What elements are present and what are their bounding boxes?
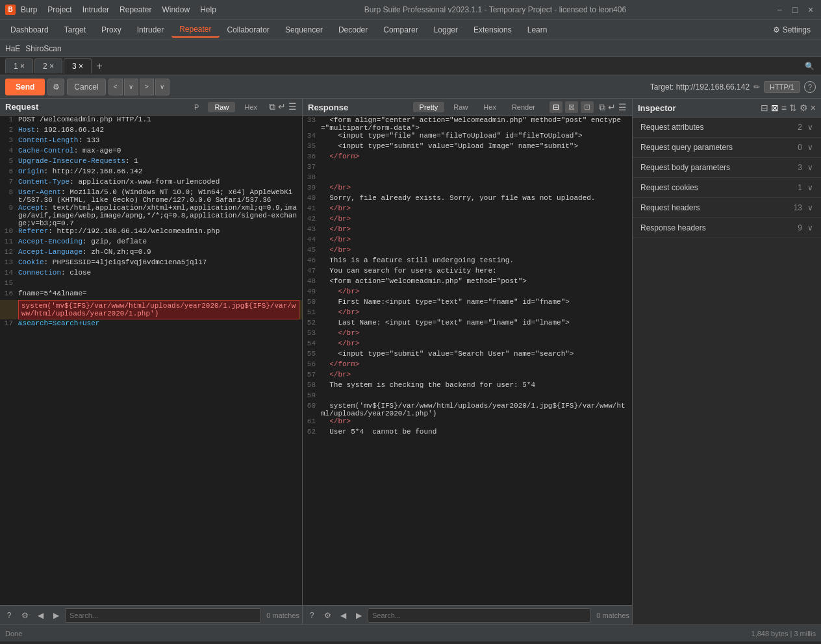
response-tab-hex[interactable]: Hex (477, 102, 503, 112)
response-tab-raw[interactable]: Raw (447, 102, 474, 112)
menu-project[interactable]: Project (47, 5, 71, 14)
response-wrap-icon[interactable]: ↵ (608, 102, 616, 113)
nav-comparer[interactable]: Comparer (375, 23, 425, 37)
window-title: Burp Suite Professional v2023.1.1 - Temp… (216, 5, 774, 14)
request-footer-help-icon[interactable]: ? (3, 609, 16, 622)
response-code-area[interactable]: 33 <form align="center" action="welcomea… (303, 116, 632, 605)
response-panel-view-mode: ⊟ ⊠ ⊡ (549, 101, 594, 113)
response-line: 61 </br> (303, 417, 632, 428)
nav-logger[interactable]: Logger (426, 23, 466, 37)
status-right-text: 1,848 bytes | 3 millis (752, 630, 816, 638)
line-content: </br> (321, 184, 629, 194)
subnav-hae[interactable]: HaE (5, 44, 20, 53)
response-search-next-icon[interactable]: ▶ (352, 609, 365, 622)
nav-intruder[interactable]: Intruder (129, 23, 171, 37)
line-number: 12 (3, 248, 18, 258)
nav-extensions[interactable]: Extensions (466, 23, 520, 37)
tab-1[interactable]: 1 × (5, 58, 33, 73)
inspector-expand-icon[interactable]: ⇅ (789, 103, 797, 113)
request-search-prev-icon[interactable]: ◀ (34, 609, 47, 622)
request-search-input[interactable] (65, 608, 261, 623)
inspector-item-header-4[interactable]: Request headers13∨ (633, 198, 821, 217)
response-full-view-icon[interactable]: ⊠ (565, 101, 578, 113)
nav-dashboard[interactable]: Dashboard (3, 23, 57, 37)
close-button[interactable]: × (805, 5, 816, 15)
response-tab-render[interactable]: Render (505, 102, 542, 112)
nav-settings[interactable]: ⚙ Settings (765, 23, 818, 37)
nav-collaborator[interactable]: Collaborator (220, 23, 277, 37)
nav-proxy[interactable]: Proxy (94, 23, 129, 37)
nav-forward-button[interactable]: > (140, 79, 154, 95)
menu-intruder[interactable]: Intruder (82, 5, 109, 14)
inspector-item-label: Request attributes (640, 123, 798, 132)
line-number: 61 (305, 417, 321, 428)
request-copy-icon[interactable]: ⧉ (269, 101, 275, 112)
request-footer-settings-icon[interactable]: ⚙ (18, 609, 31, 622)
inspector-view1-icon[interactable]: ⊟ (761, 103, 768, 113)
nav-back-button[interactable]: < (108, 79, 123, 95)
menu-help[interactable]: Help (200, 5, 216, 14)
nav-sequencer[interactable]: Sequencer (277, 23, 331, 37)
maximize-button[interactable]: □ (790, 5, 800, 15)
nav-target[interactable]: Target (57, 23, 94, 37)
menu-window[interactable]: Window (162, 5, 190, 14)
nav-forward-dropdown[interactable]: ∨ (155, 79, 170, 95)
response-line: 45 </br> (303, 246, 632, 256)
line-number: 58 (305, 381, 321, 391)
response-search-input[interactable] (368, 608, 591, 623)
inspector-item-header-0[interactable]: Request attributes2∨ (633, 118, 821, 137)
response-split-view-icon[interactable]: ⊟ (549, 101, 562, 113)
chevron-down-icon: ∨ (807, 163, 813, 172)
response-list-view-icon[interactable]: ⊡ (581, 101, 594, 113)
request-wrap-icon[interactable]: ↵ (278, 101, 286, 112)
inspector-item-header-3[interactable]: Request cookies1∨ (633, 178, 821, 197)
menu-burp[interactable]: Burp (21, 5, 37, 14)
subnav-shiroscan[interactable]: ShiroScan (25, 44, 61, 53)
line-content (321, 391, 629, 402)
cancel-button[interactable]: Cancel (67, 79, 105, 95)
inspector-close-icon[interactable]: × (811, 103, 816, 113)
line-number: 54 (305, 340, 321, 350)
nav-repeater[interactable]: Repeater (171, 22, 219, 38)
tab-2[interactable]: 2 × (34, 58, 62, 73)
minimize-button[interactable]: − (774, 5, 785, 15)
http-version-button[interactable]: HTTP/1 (764, 81, 800, 93)
nav-learn[interactable]: Learn (520, 23, 555, 37)
inspector-settings-icon[interactable]: ⚙ (800, 103, 808, 113)
request-tab-raw[interactable]: Raw (208, 102, 235, 112)
request-menu-icon[interactable]: ☰ (288, 101, 297, 112)
response-search-prev-icon[interactable]: ◀ (336, 609, 349, 622)
help-icon[interactable]: ? (804, 81, 816, 93)
inspector-item-count: 13 (794, 203, 802, 212)
inspector-item-header-5[interactable]: Response headers9∨ (633, 218, 821, 238)
nav-decoder[interactable]: Decoder (331, 23, 375, 37)
send-options-button[interactable]: ⚙ (47, 79, 64, 95)
nav-back-dropdown[interactable]: ∨ (124, 79, 138, 95)
inspector-item-header-1[interactable]: Request query parameters0∨ (633, 138, 821, 157)
add-tab-button[interactable]: + (93, 60, 106, 73)
inspector-list-icon[interactable]: ≡ (781, 103, 787, 113)
inspector-view2-icon[interactable]: ⊠ (771, 103, 779, 113)
request-search-next-icon[interactable]: ▶ (49, 609, 62, 622)
request-tab-p[interactable]: P (188, 102, 205, 112)
response-copy-icon[interactable]: ⧉ (599, 102, 605, 113)
request-panel: Request P Raw Hex ⧉ ↵ ☰ 1POST /welcomead… (0, 99, 303, 625)
response-menu-icon[interactable]: ☰ (618, 102, 627, 113)
request-view-tabs: P Raw Hex (188, 102, 264, 112)
request-code-area[interactable]: 1POST /welcomeadmin.php HTTP/1.12Host: 1… (0, 116, 302, 605)
line-number: 34 (305, 132, 321, 142)
request-line: 9Accept: text/html,application/xhtml+xml… (0, 204, 302, 227)
tab-search-icon[interactable]: 🔍 (803, 60, 816, 73)
line-content: Sorry, file already exists. Sorry, your … (321, 194, 629, 204)
response-tab-pretty[interactable]: Pretty (413, 102, 445, 112)
line-number: 4 (3, 147, 18, 157)
line-content (18, 279, 299, 290)
inspector-item-header-2[interactable]: Request body parameters3∨ (633, 158, 821, 177)
edit-target-icon[interactable]: ✏ (753, 82, 760, 92)
response-footer-settings-icon[interactable]: ⚙ (321, 609, 334, 622)
menu-repeater[interactable]: Repeater (120, 5, 151, 14)
request-tab-hex[interactable]: Hex (238, 102, 264, 112)
response-footer-help-icon[interactable]: ? (305, 609, 318, 622)
send-button[interactable]: Send (5, 79, 45, 95)
tab-3[interactable]: 3 × (64, 58, 92, 73)
